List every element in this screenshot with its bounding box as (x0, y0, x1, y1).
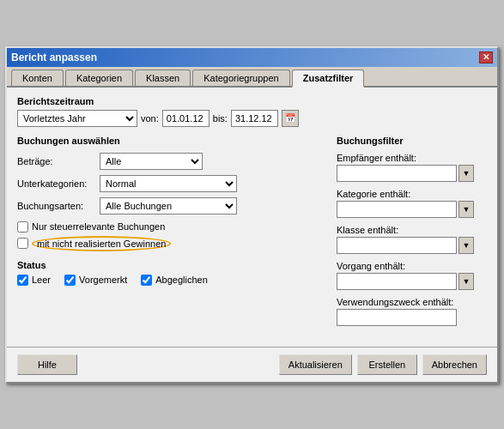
gewinne-checkbox[interactable] (17, 238, 28, 249)
status-label: Status (17, 260, 319, 270)
vorgang-label: Vorgang enthält: (337, 261, 487, 271)
leer-checkbox[interactable] (17, 275, 28, 286)
vorgang-dropdown-btn[interactable]: ▼ (458, 273, 474, 290)
checkbox2-row: mit nicht realisierten Gewinnen (17, 236, 319, 251)
berichtszeitraum-select[interactable]: Vorletztes Jahr (17, 110, 137, 127)
window-title: Bericht anpassen (11, 51, 97, 63)
status-section: Status Leer Vorgemerkt Abgeglichen (17, 260, 319, 289)
footer-right-buttons: Aktualisieren Erstellen Abbrechen (279, 354, 487, 375)
berichtszeitraum-row: Vorletztes Jahr von: bis: 📅 (17, 110, 487, 127)
abgeglichen-checkbox[interactable] (141, 275, 152, 286)
close-button[interactable]: ✕ (479, 51, 493, 63)
empfaenger-section: Empfänger enthält: ▼ (337, 153, 487, 182)
vorgang-section: Vorgang enthält: ▼ (337, 261, 487, 290)
unterkategorien-select[interactable]: Normal (100, 175, 237, 192)
abgeglichen-checkbox-row: Abgeglichen (141, 275, 208, 286)
klasse-input-row: ▼ (337, 237, 487, 254)
von-date-input[interactable] (162, 110, 209, 127)
verwendungszweck-label: Verwendungszweck enthält: (337, 297, 487, 307)
empfaenger-label: Empfänger enthält: (337, 153, 487, 163)
steuerrelevant-checkbox[interactable] (17, 221, 28, 233)
vorgemerkt-label: Vorgemerkt (79, 275, 127, 285)
vorgemerkt-checkbox-row: Vorgemerkt (64, 275, 127, 286)
bis-date-input[interactable] (231, 110, 278, 127)
betrage-label: Beträge: (17, 156, 94, 166)
left-column: Buchungen auswählen Beträge: Alle Unterk… (17, 136, 319, 333)
kategorie-dropdown-btn[interactable]: ▼ (458, 201, 474, 218)
footer: Hilfe Aktualisieren Erstellen Abbrechen (7, 347, 497, 382)
tabs-row: Konten Kategorien Klassen Kategoriegrupp… (7, 67, 497, 88)
buchungen-auswaehlen-label: Buchungen auswählen (17, 136, 319, 146)
leer-label: Leer (32, 275, 51, 285)
unterkategorien-row: Unterkategorien: Normal (17, 175, 319, 192)
checkboxes-section: Nur steuerrelevante Buchungen mit nicht … (17, 221, 319, 251)
berichtszeitraum-label: Berichtszeitraum (17, 96, 487, 106)
empfaenger-input-row: ▼ (337, 165, 487, 182)
main-layout: Buchungen auswählen Beträge: Alle Unterk… (17, 136, 487, 333)
checkbox1-label: Nur steuerrelevante Buchungen (32, 221, 165, 232)
checkbox2-label: mit nicht realisierten Gewinnen (37, 239, 166, 249)
tab-konten[interactable]: Konten (11, 69, 64, 86)
status-row: Leer Vorgemerkt Abgeglichen (17, 275, 319, 289)
vorgang-input-row: ▼ (337, 273, 487, 290)
verwendungszweck-input-row (337, 309, 487, 326)
klasse-label: Klasse enthält: (337, 225, 487, 235)
right-column: Buchungsfilter Empfänger enthält: ▼ Kate… (337, 136, 487, 333)
kategorie-input[interactable] (337, 201, 457, 218)
vorgemerkt-checkbox[interactable] (64, 275, 76, 286)
kategorie-input-row: ▼ (337, 201, 487, 218)
abbrechen-button[interactable]: Abbrechen (422, 354, 487, 375)
main-window: Bericht anpassen ✕ Konten Kategorien Kla… (5, 46, 499, 384)
empfaenger-dropdown-btn[interactable]: ▼ (458, 165, 474, 182)
betrage-row: Beträge: Alle (17, 153, 319, 170)
calendar-button[interactable]: 📅 (282, 110, 299, 127)
unterkategorien-label: Unterkategorien: (17, 178, 94, 189)
tab-kategoriegruppen[interactable]: Kategoriegruppen (192, 69, 289, 86)
tab-klassen[interactable]: Klassen (135, 69, 191, 86)
checkbox2-highlight: mit nicht realisierten Gewinnen (32, 236, 171, 251)
hilfe-button[interactable]: Hilfe (17, 354, 77, 375)
buchungsfilter-label: Buchungsfilter (337, 136, 487, 146)
leer-checkbox-row: Leer (17, 275, 51, 286)
bis-label: bis: (213, 113, 228, 124)
buchungsarten-row: Buchungsarten: Alle Buchungen (17, 197, 319, 214)
content-area: Berichtszeitraum Vorletztes Jahr von: bi… (7, 88, 497, 341)
von-label: von: (141, 113, 159, 124)
buchungsarten-label: Buchungsarten: (17, 201, 94, 211)
kategorie-section: Kategorie enthält: ▼ (337, 189, 487, 218)
checkbox1-row: Nur steuerrelevante Buchungen (17, 221, 319, 233)
aktualisieren-button[interactable]: Aktualisieren (279, 354, 352, 375)
tab-zusatzfilter[interactable]: Zusatzfilter (292, 69, 365, 88)
klasse-dropdown-btn[interactable]: ▼ (458, 237, 474, 254)
abgeglichen-label: Abgeglichen (155, 275, 208, 285)
kategorie-label: Kategorie enthält: (337, 189, 487, 199)
betrage-select[interactable]: Alle (100, 153, 203, 170)
erstellen-button[interactable]: Erstellen (357, 354, 417, 375)
verwendungszweck-input[interactable] (337, 309, 457, 326)
vorgang-input[interactable] (337, 273, 457, 290)
verwendungszweck-section: Verwendungszweck enthält: (337, 297, 487, 326)
empfaenger-input[interactable] (337, 165, 457, 182)
berichtszeitraum-section: Berichtszeitraum Vorletztes Jahr von: bi… (17, 96, 487, 127)
klasse-input[interactable] (337, 237, 457, 254)
buchungsarten-select[interactable]: Alle Buchungen (100, 197, 237, 214)
title-bar: Bericht anpassen ✕ (7, 48, 497, 67)
tab-kategorien[interactable]: Kategorien (65, 69, 133, 86)
klasse-section: Klasse enthält: ▼ (337, 225, 487, 254)
